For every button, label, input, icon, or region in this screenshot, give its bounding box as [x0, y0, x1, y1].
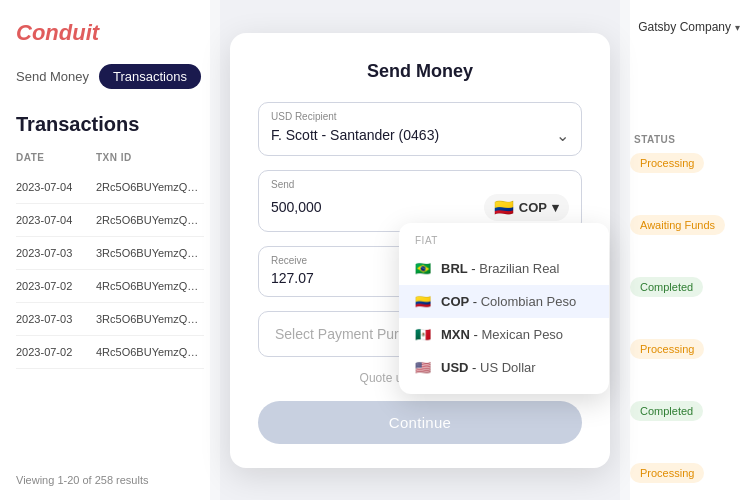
table-row[interactable]: 2023-07-03 3Rc5O6BUYemzQ7qrv: [16, 303, 204, 336]
nav-transactions[interactable]: Transactions: [99, 64, 201, 89]
currency-chevron-icon: ▾: [552, 200, 559, 215]
recipient-field[interactable]: USD Recipient F. Scott - Santander (0463…: [258, 102, 582, 156]
status-badge: Processing: [630, 463, 740, 500]
recipient-value: F. Scott - Santander (0463): [271, 127, 439, 143]
currency-code-label: COP - Colombian Peso: [441, 294, 576, 309]
table-header: DATE TXN ID: [16, 152, 204, 163]
send-label: Send: [271, 179, 569, 190]
txn-id: 2Rc5O6BUYemzQ7qrv: [96, 181, 204, 193]
transactions-title: Transactions: [16, 113, 204, 136]
status-completed: Completed: [630, 277, 703, 297]
status-badge: Completed: [630, 401, 740, 443]
receive-value: 127.07: [271, 270, 314, 286]
currency-selector[interactable]: 🇨🇴 COP ▾: [484, 194, 569, 221]
send-money-modal: Send Money USD Recipient F. Scott - Sant…: [230, 33, 610, 468]
company-selector[interactable]: Gatsby Company ▾: [630, 20, 740, 34]
currency-option-brl[interactable]: 🇧🇷 BRL - Brazilian Real: [399, 252, 609, 285]
status-badge: Awaiting Funds: [630, 215, 740, 257]
viewing-text: Viewing 1-20 of 258 results: [16, 474, 149, 486]
status-badge: Processing: [630, 153, 740, 195]
txn-date: 2023-07-03: [16, 313, 96, 325]
send-value: 500,000: [271, 199, 322, 215]
txn-date: 2023-07-02: [16, 280, 96, 292]
txn-id: 3Rc5O6BUYemzQ7qrv: [96, 313, 204, 325]
status-completed: Completed: [630, 401, 703, 421]
table-row[interactable]: 2023-07-03 3Rc5O6BUYemzQ7qrv: [16, 237, 204, 270]
recipient-label: USD Recipient: [271, 111, 569, 122]
currency-code: COP: [519, 200, 547, 215]
txn-id: 4Rc5O6BUYemzQ7qrv: [96, 346, 204, 358]
currency-code-label: BRL - Brazilian Real: [441, 261, 559, 276]
currency-option-usd[interactable]: 🇺🇸 USD - US Dollar: [399, 351, 609, 384]
currency-option-cop[interactable]: 🇨🇴 COP - Colombian Peso: [399, 285, 609, 318]
currency-flag: 🇨🇴: [494, 198, 514, 217]
th-txn: TXN ID: [96, 152, 204, 163]
modal-overlay: Send Money USD Recipient F. Scott - Sant…: [210, 0, 630, 500]
modal-title: Send Money: [258, 61, 582, 82]
status-processing: Processing: [630, 463, 704, 483]
th-date: DATE: [16, 152, 96, 163]
currency-dropdown[interactable]: Fiat 🇧🇷 BRL - Brazilian Real 🇨🇴 COP - Co…: [399, 223, 609, 394]
txn-id: 4Rc5O6BUYemzQ7qrv: [96, 280, 204, 292]
currency-flag-brl: 🇧🇷: [415, 261, 431, 276]
txn-date: 2023-07-03: [16, 247, 96, 259]
status-badge: Processing: [630, 339, 740, 381]
txn-date: 2023-07-04: [16, 214, 96, 226]
txn-id: 3Rc5O6BUYemzQ7qrv: [96, 247, 204, 259]
table-row[interactable]: 2023-07-04 2Rc5O6BUYemzQ7qrv: [16, 204, 204, 237]
chevron-down-icon: ▾: [735, 22, 740, 33]
currency-code-label: USD - US Dollar: [441, 360, 536, 375]
company-name: Gatsby Company: [638, 20, 731, 34]
status-processing: Processing: [630, 153, 704, 173]
currency-flag-mxn: 🇲🇽: [415, 327, 431, 342]
right-panel: Gatsby Company ▾ STATUS ProcessingAwaiti…: [620, 0, 750, 500]
txn-date: 2023-07-04: [16, 181, 96, 193]
status-awaiting: Awaiting Funds: [630, 215, 725, 235]
status-badge: Completed: [630, 277, 740, 319]
nav-links: Send Money Transactions: [16, 64, 204, 89]
table-row[interactable]: 2023-07-04 2Rc5O6BUYemzQ7qrv: [16, 171, 204, 204]
status-list: ProcessingAwaiting FundsCompletedProcess…: [630, 153, 740, 500]
currency-option-mxn[interactable]: 🇲🇽 MXN - Mexican Peso: [399, 318, 609, 351]
currency-code-label: MXN - Mexican Peso: [441, 327, 563, 342]
send-field[interactable]: Send 500,000 🇨🇴 COP ▾ Fiat 🇧🇷 BRL - Braz…: [258, 170, 582, 232]
left-panel: Conduit Send Money Transactions Transact…: [0, 0, 220, 500]
status-processing: Processing: [630, 339, 704, 359]
nav-send-money[interactable]: Send Money: [16, 65, 89, 88]
currency-flag-usd: 🇺🇸: [415, 360, 431, 375]
table-row[interactable]: 2023-07-02 4Rc5O6BUYemzQ7qrv: [16, 336, 204, 369]
txn-id: 2Rc5O6BUYemzQ7qrv: [96, 214, 204, 226]
send-field-wrapper: Send 500,000 🇨🇴 COP ▾ Fiat 🇧🇷 BRL - Braz…: [258, 170, 582, 232]
recipient-chevron-icon: ⌄: [556, 126, 569, 145]
dropdown-fiat-label: Fiat: [399, 233, 609, 252]
table-row[interactable]: 2023-07-02 4Rc5O6BUYemzQ7qrv: [16, 270, 204, 303]
transactions-list: 2023-07-04 2Rc5O6BUYemzQ7qrv 2023-07-04 …: [16, 171, 204, 369]
logo: Conduit: [16, 20, 204, 46]
status-header: STATUS: [630, 134, 740, 145]
currency-flag-cop: 🇨🇴: [415, 294, 431, 309]
continue-button[interactable]: Continue: [258, 401, 582, 444]
txn-date: 2023-07-02: [16, 346, 96, 358]
